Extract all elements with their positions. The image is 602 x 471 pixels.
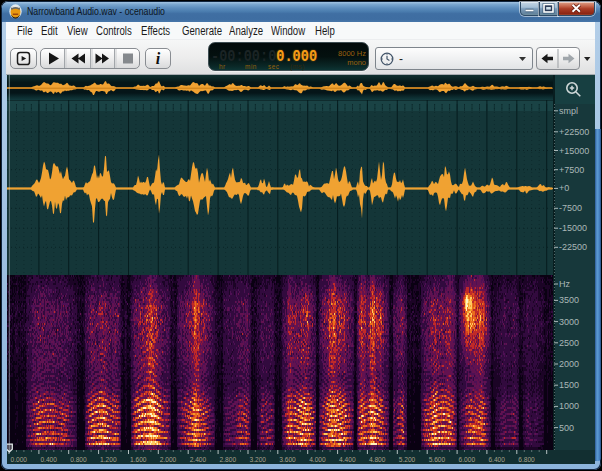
svg-text:+7500: +7500 <box>559 165 584 175</box>
svg-text:5.200: 5.200 <box>399 455 416 464</box>
svg-text:2.000: 2.000 <box>160 455 177 464</box>
svg-text:2.800: 2.800 <box>220 455 237 464</box>
svg-text:-7500: -7500 <box>559 203 582 213</box>
svg-text:6.400: 6.400 <box>488 455 505 464</box>
svg-text:5.600: 5.600 <box>429 455 446 464</box>
svg-text:2.400: 2.400 <box>190 455 207 464</box>
svg-text:1.200: 1.200 <box>100 455 117 464</box>
svg-text:0.400: 0.400 <box>40 455 57 464</box>
svg-text:3000: 3000 <box>559 317 579 327</box>
svg-text:3500: 3500 <box>559 295 579 305</box>
svg-text:-15000: -15000 <box>559 223 587 233</box>
svg-text:4.800: 4.800 <box>369 455 386 464</box>
svg-text:1500: 1500 <box>559 380 579 390</box>
svg-text:6.000: 6.000 <box>459 455 476 464</box>
svg-text:3.600: 3.600 <box>279 455 296 464</box>
svg-text:500: 500 <box>559 423 574 433</box>
svg-text:4.400: 4.400 <box>339 455 356 464</box>
svg-text:+0: +0 <box>559 183 569 193</box>
svg-text:+15000: +15000 <box>559 146 589 156</box>
svg-text:1.600: 1.600 <box>130 455 147 464</box>
svg-text:smpl: smpl <box>559 106 578 116</box>
svg-text:4.000: 4.000 <box>309 455 326 464</box>
svg-text:0.000: 0.000 <box>11 455 28 464</box>
svg-text:+22500: +22500 <box>559 127 589 137</box>
svg-text:3.200: 3.200 <box>250 455 267 464</box>
svg-text:2000: 2000 <box>559 359 579 369</box>
svg-text:1000: 1000 <box>559 401 579 411</box>
svg-text:2500: 2500 <box>559 338 579 348</box>
svg-text:6.800: 6.800 <box>518 455 535 464</box>
svg-text:Hz: Hz <box>559 279 570 289</box>
svg-text:-22500: -22500 <box>559 242 587 252</box>
svg-text:0.800: 0.800 <box>70 455 87 464</box>
